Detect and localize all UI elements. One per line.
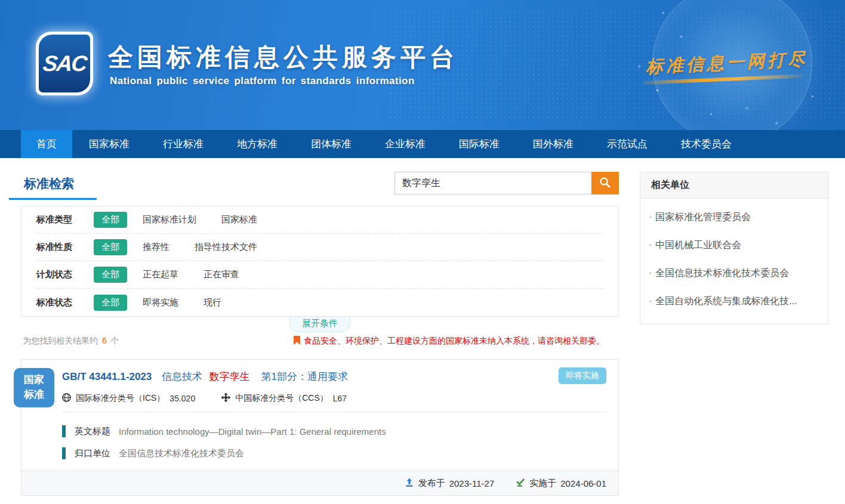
detail-value: Information technology—Digital twin—Part… — [119, 426, 386, 437]
site-subtitle: National public service platform for sta… — [110, 75, 415, 87]
nav-tab-technical-committees[interactable]: 技术委员会 — [664, 130, 748, 158]
related-units-panel: 相关单位 ·国家标准化管理委员会 ·中国机械工业联合会 ·全国信息技术标准化技术… — [640, 172, 828, 324]
card-header: GB/T 43441.1-2023 信息技术 数字孪生 第1部分：通用要求 国际… — [21, 360, 618, 413]
left-column: 标准检索 标准类型 全部 国家标准计划 国家标准 标准性质 — [21, 172, 619, 496]
nav-tab-foreign-standards[interactable]: 国外标准 — [516, 130, 590, 158]
search-bar — [394, 172, 619, 194]
filter-panel: 标准类型 全部 国家标准计划 国家标准 标准性质 全部 推荐性 指导性技术文件 … — [21, 206, 619, 317]
standard-code[interactable]: GB/T 43441.1-2023 — [62, 371, 152, 382]
nav-tab-local-standards[interactable]: 地方标准 — [220, 130, 294, 158]
ccs-label: 中国标准分类号（CCS） — [235, 393, 328, 404]
page-title: 标准检索 — [24, 172, 74, 192]
ccs-value: L67 — [333, 394, 347, 403]
filter-all-button[interactable]: 全部 — [94, 267, 127, 283]
filter-label: 标准类型 — [36, 214, 94, 225]
detail-label: 英文标题 — [75, 426, 110, 437]
standard-title-highlight[interactable]: 数字孪生 — [209, 371, 250, 382]
expand-conditions-wrap: 展开条件 — [21, 317, 619, 332]
badge-line-2: 标准 — [24, 388, 44, 403]
nav-tab-international-standards[interactable]: 国际标准 — [442, 130, 516, 158]
detail-value: 全国信息技术标准化技术委员会 — [119, 448, 244, 459]
bookmark-icon — [294, 336, 300, 347]
sac-logo-inner: SAC — [39, 35, 90, 92]
related-unit-item[interactable]: ·中国机械工业联合会 — [640, 231, 828, 259]
filter-option[interactable]: 正在起草 — [143, 269, 178, 280]
bullet: · — [649, 296, 652, 306]
bullet: · — [649, 240, 652, 250]
related-unit-label: 中国机械工业联合会 — [655, 240, 741, 250]
filter-option[interactable]: 正在审查 — [203, 269, 239, 280]
sac-logo-text: SAC — [42, 51, 88, 76]
filter-label: 标准性质 — [36, 242, 94, 253]
sparkle-dots — [656, 89, 658, 91]
related-unit-label: 全国自动化系统与集成标准化技... — [655, 296, 797, 306]
results-summary: 为您找到相关结果约 6 个 — [23, 336, 119, 347]
filter-option[interactable]: 现行 — [203, 297, 221, 308]
filter-all-button[interactable]: 全部 — [94, 239, 127, 255]
upload-icon — [405, 478, 414, 489]
teal-bar — [62, 425, 66, 437]
header-banner: SAC 全国标准信息公共服务平台 National public service… — [0, 0, 845, 130]
card-body: 英文标题 Information technology—Digital twin… — [21, 413, 618, 471]
search-section: 标准检索 — [21, 172, 619, 206]
detail-label: 归口单位 — [75, 448, 110, 459]
ics-item: 国际标准分类号（ICS） 35.020 — [62, 393, 195, 404]
results-summary-prefix: 为您找到相关结果约 — [23, 336, 98, 345]
filter-row-standard-nature: 标准性质 全部 推荐性 指导性技术文件 — [36, 234, 603, 261]
teal-bar — [62, 447, 66, 459]
related-units-list: ·国家标准化管理委员会 ·中国机械工业联合会 ·全国信息技术标准化技术委员会 ·… — [640, 199, 828, 324]
filter-all-button[interactable]: 全部 — [94, 212, 127, 228]
results-count: 6 — [102, 336, 107, 345]
ics-value: 35.020 — [169, 394, 195, 403]
classification-line: 国际标准分类号（ICS） 35.020 中国标准分类号（CCS） L67 — [62, 393, 606, 413]
filter-row-standard-status: 标准状态 全部 即将实施 现行 — [36, 289, 603, 316]
result-card[interactable]: 国家 标准 即将实施 GB/T 43441.1-2023 信息技术 数字孪生 第… — [21, 359, 619, 496]
page-title-underline — [9, 198, 97, 200]
search-input[interactable] — [394, 172, 591, 194]
check-icon — [516, 478, 525, 489]
filter-row-standard-type: 标准类型 全部 国家标准计划 国家标准 — [36, 206, 603, 234]
nav-tab-home[interactable]: 首页 — [21, 130, 72, 158]
sac-logo[interactable]: SAC — [36, 32, 93, 95]
related-unit-label: 全国信息技术标准化技术委员会 — [655, 268, 789, 278]
related-unit-item[interactable]: ·全国自动化系统与集成标准化技... — [640, 287, 828, 316]
published-item: 发布于 2023-11-27 — [405, 478, 495, 489]
implemented-date: 2024-06-01 — [560, 478, 606, 488]
badge-line-1: 国家 — [24, 373, 44, 388]
nav-tab-national-standards[interactable]: 国家标准 — [72, 130, 146, 158]
status-badge: 即将实施 — [559, 367, 606, 384]
standard-title-part2[interactable]: 第1部分：通用要求 — [261, 371, 347, 382]
filter-option[interactable]: 国家标准计划 — [143, 214, 196, 225]
right-column: 相关单位 ·国家标准化管理委员会 ·中国机械工业联合会 ·全国信息技术标准化技术… — [640, 172, 828, 496]
nav-tab-group-standards[interactable]: 团体标准 — [294, 130, 368, 158]
search-icon — [599, 176, 612, 191]
results-summary-suffix: 个 — [111, 336, 119, 345]
standard-title-line[interactable]: GB/T 43441.1-2023 信息技术 数字孪生 第1部分：通用要求 — [62, 370, 606, 384]
filter-row-plan-status: 计划状态 全部 正在起草 正在审查 — [36, 261, 603, 289]
related-unit-item[interactable]: ·国家标准化管理委员会 — [640, 203, 828, 231]
compass-icon — [221, 393, 230, 404]
national-standard-badge: 国家 标准 — [14, 368, 54, 407]
search-button[interactable] — [591, 172, 619, 194]
standard-title-part1[interactable]: 信息技术 — [162, 371, 202, 382]
card-footer: 发布于 2023-11-27 实施于 2024-06-01 — [21, 471, 618, 495]
filter-option[interactable]: 即将实施 — [143, 297, 178, 308]
filter-option[interactable]: 推荐性 — [143, 242, 169, 253]
results-row: 为您找到相关结果约 6 个 食品安全、环境保护、工程建设方面的国家标准未纳入本系… — [21, 336, 619, 347]
nav-tab-industry-standards[interactable]: 行业标准 — [146, 130, 220, 158]
published-label: 发布于 — [418, 478, 445, 489]
ccs-item: 中国标准分类号（CCS） L67 — [221, 393, 347, 404]
filter-option[interactable]: 指导性技术文件 — [195, 242, 257, 253]
implemented-label: 实施于 — [529, 478, 556, 489]
implemented-item: 实施于 2024-06-01 — [516, 478, 606, 489]
filter-all-button[interactable]: 全部 — [94, 295, 127, 311]
nav-tab-enterprise-standards[interactable]: 企业标准 — [368, 130, 442, 158]
system-notice: 食品安全、环境保护、工程建设方面的国家标准未纳入本系统，请咨询相关部委。 — [294, 336, 605, 347]
nav-tab-pilot-programs[interactable]: 示范试点 — [590, 130, 664, 158]
site-title: 全国标准信息公共服务平台 — [108, 41, 459, 74]
main-nav: 首页 国家标准 行业标准 地方标准 团体标准 企业标准 国际标准 国外标准 示范… — [0, 130, 845, 158]
related-unit-item[interactable]: ·全国信息技术标准化技术委员会 — [640, 259, 828, 287]
filter-option[interactable]: 国家标准 — [221, 214, 257, 225]
expand-conditions-button[interactable]: 展开条件 — [289, 317, 350, 332]
detail-row-english-title: 英文标题 Information technology—Digital twin… — [62, 425, 606, 437]
